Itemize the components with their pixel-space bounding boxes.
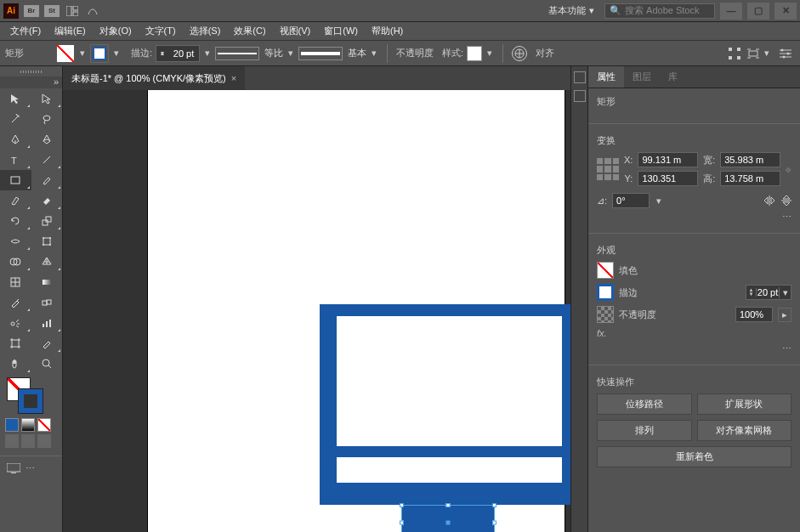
profile-dropdown2-icon[interactable]: ▾ bbox=[370, 48, 378, 59]
selection-bounds[interactable] bbox=[401, 505, 495, 532]
angle-input[interactable]: 0° bbox=[612, 193, 650, 208]
eyedropper-tool[interactable] bbox=[0, 292, 31, 313]
menu-window[interactable]: 窗口(W) bbox=[317, 25, 365, 37]
arrange-docs-icon[interactable] bbox=[65, 5, 80, 17]
lasso-tool[interactable] bbox=[31, 109, 63, 129]
flip-horizontal-icon[interactable] bbox=[763, 195, 776, 206]
hand-tool[interactable] bbox=[0, 354, 31, 374]
handle-w[interactable] bbox=[400, 521, 404, 525]
menu-effect[interactable]: 效果(C) bbox=[227, 25, 272, 37]
reference-point-widget[interactable] bbox=[597, 158, 619, 180]
graphic-style-swatch[interactable] bbox=[467, 46, 482, 61]
align-pixel-button[interactable]: 对齐像素网格 bbox=[697, 420, 792, 441]
slice-tool[interactable] bbox=[31, 333, 63, 354]
direct-selection-tool[interactable] bbox=[31, 88, 63, 109]
x-input[interactable]: 99.131 m bbox=[638, 152, 698, 167]
menu-type[interactable]: 文字(T) bbox=[139, 25, 183, 37]
canvas[interactable] bbox=[63, 90, 570, 532]
tab-properties[interactable]: 属性 bbox=[588, 66, 624, 88]
magic-wand-tool[interactable] bbox=[0, 109, 31, 129]
recolor-icon[interactable] bbox=[512, 46, 527, 61]
fill-dropdown-icon[interactable]: ▾ bbox=[78, 48, 87, 59]
fill-appearance-swatch[interactable] bbox=[597, 262, 614, 279]
stroke-weight-dropdown-icon[interactable]: ▾ bbox=[203, 48, 212, 59]
graph-tool[interactable] bbox=[31, 313, 63, 333]
align-label[interactable]: 对齐 bbox=[536, 47, 554, 59]
none-mode-swatch[interactable] bbox=[37, 418, 51, 432]
stroke-swatch-container[interactable] bbox=[90, 44, 109, 63]
symbol-spray-tool[interactable] bbox=[0, 313, 31, 333]
artboard-tool[interactable] bbox=[0, 333, 31, 354]
draw-normal-icon[interactable] bbox=[5, 434, 19, 448]
menu-file[interactable]: 文件(F) bbox=[3, 25, 48, 37]
art-monitor-screen[interactable] bbox=[337, 316, 562, 446]
stock-search-input[interactable]: 🔍 搜索 Adobe Stock bbox=[604, 3, 715, 19]
gradient-tool[interactable] bbox=[31, 272, 63, 292]
center-point[interactable] bbox=[446, 521, 451, 525]
strip-icon-2[interactable] bbox=[574, 90, 586, 102]
draw-behind-icon[interactable] bbox=[21, 434, 35, 448]
stroke-dropdown-icon[interactable]: ▾ bbox=[112, 48, 121, 59]
rectangle-tool[interactable] bbox=[0, 170, 31, 190]
handle-ne[interactable] bbox=[492, 503, 496, 507]
pen-tool[interactable] bbox=[0, 129, 31, 150]
mesh-tool[interactable] bbox=[0, 272, 31, 292]
eraser-tool[interactable] bbox=[31, 190, 63, 211]
handle-e[interactable] bbox=[492, 521, 496, 525]
handle-nw[interactable] bbox=[400, 503, 404, 507]
width-tool[interactable] bbox=[0, 231, 31, 252]
recolor-button[interactable]: 重新着色 bbox=[597, 446, 791, 467]
perspective-tool[interactable] bbox=[31, 252, 63, 272]
opacity-field[interactable]: 100% bbox=[735, 307, 773, 322]
free-transform-tool[interactable] bbox=[31, 231, 63, 252]
strip-icon-1[interactable] bbox=[574, 71, 586, 83]
art-monitor-bar[interactable] bbox=[337, 457, 562, 483]
gpu-icon[interactable] bbox=[85, 5, 100, 17]
handle-n[interactable] bbox=[446, 503, 451, 507]
link-wh-icon[interactable]: ⟐ bbox=[786, 164, 791, 174]
menu-select[interactable]: 选择(S) bbox=[183, 25, 228, 37]
angle-dropdown-icon[interactable]: ▾ bbox=[655, 195, 663, 207]
scale-tool[interactable] bbox=[31, 211, 63, 231]
menu-view[interactable]: 视图(V) bbox=[273, 25, 318, 37]
stroke-weight-input[interactable]: ▲▼ 20 pt bbox=[156, 45, 200, 62]
options-icon[interactable] bbox=[780, 48, 791, 59]
stroke-appearance-swatch[interactable] bbox=[597, 284, 614, 301]
flip-vertical-icon[interactable] bbox=[781, 194, 791, 207]
rotate-tool[interactable] bbox=[0, 211, 31, 231]
stroke-weight-field[interactable]: ▲▼ 20 pt ▾ bbox=[746, 285, 791, 300]
window-maximize[interactable]: ▢ bbox=[747, 3, 769, 20]
menu-help[interactable]: 帮助(H) bbox=[365, 25, 410, 37]
curvature-tool[interactable] bbox=[31, 129, 63, 150]
style-dropdown-icon[interactable]: ▾ bbox=[485, 48, 494, 59]
close-tab-icon[interactable]: × bbox=[231, 73, 236, 83]
stroke-large-swatch[interactable] bbox=[19, 389, 43, 413]
transform-icon[interactable] bbox=[729, 48, 740, 59]
transform-dropdown-icon[interactable]: ▾ bbox=[763, 48, 771, 59]
more-appearance-icon[interactable]: ⋯ bbox=[597, 343, 791, 354]
stroke-profile-uniform[interactable] bbox=[215, 47, 259, 60]
menu-object[interactable]: 对象(O) bbox=[93, 25, 139, 37]
window-minimize[interactable]: — bbox=[720, 3, 742, 20]
expand-shape-button[interactable]: 扩展形状 bbox=[697, 393, 792, 415]
zoom-tool[interactable] bbox=[31, 354, 63, 374]
document-tab[interactable]: 未标题-1* @ 100% (CMYK/像素预览) × bbox=[63, 66, 245, 90]
fill-swatch[interactable] bbox=[56, 44, 75, 63]
draw-inside-icon[interactable] bbox=[37, 434, 51, 448]
isolate-icon[interactable] bbox=[747, 48, 759, 59]
w-input[interactable]: 35.983 m bbox=[720, 152, 780, 167]
paintbrush-tool[interactable] bbox=[31, 170, 63, 190]
workspace-switcher[interactable]: 基本功能 ▾ bbox=[545, 1, 598, 20]
stroke-profile-basic[interactable] bbox=[298, 47, 343, 60]
opacity-label[interactable]: 不透明度 bbox=[396, 47, 434, 59]
tab-layers[interactable]: 图层 bbox=[624, 66, 660, 88]
screen-mode-icon[interactable] bbox=[7, 463, 20, 474]
edit-toolbar-icon[interactable]: ⋯ bbox=[26, 463, 35, 474]
type-tool[interactable]: T bbox=[0, 150, 31, 170]
shaper-tool[interactable] bbox=[0, 190, 31, 211]
tab-libraries[interactable]: 库 bbox=[660, 66, 686, 88]
offset-path-button[interactable]: 位移路径 bbox=[597, 393, 692, 415]
shape-builder-tool[interactable] bbox=[0, 252, 31, 272]
bridge-badge[interactable]: Br bbox=[24, 5, 39, 17]
arrange-button[interactable]: 排列 bbox=[597, 420, 692, 441]
